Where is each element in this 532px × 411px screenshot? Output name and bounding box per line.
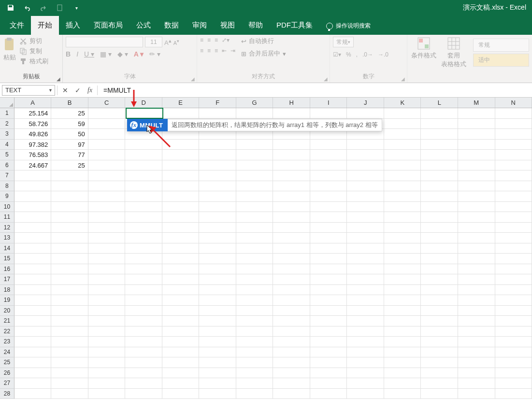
cell[interactable] <box>347 170 384 181</box>
cell[interactable] <box>88 140 126 150</box>
cell[interactable] <box>162 243 200 254</box>
cell[interactable] <box>458 108 495 119</box>
cell[interactable]: 25.154 <box>14 108 52 119</box>
cell[interactable] <box>51 264 88 275</box>
cell[interactable] <box>384 389 421 399</box>
cell[interactable] <box>347 150 384 160</box>
cell[interactable] <box>162 326 200 337</box>
cell[interactable] <box>495 316 532 326</box>
cell[interactable] <box>421 254 458 264</box>
cell[interactable] <box>88 368 126 379</box>
cell[interactable] <box>162 191 200 202</box>
cell[interactable] <box>14 264 52 275</box>
cell[interactable] <box>310 243 347 254</box>
cell[interactable] <box>384 285 421 296</box>
cell[interactable] <box>495 337 532 347</box>
row-header[interactable]: 3 <box>0 129 14 140</box>
cell[interactable] <box>310 212 347 223</box>
cell[interactable] <box>273 316 310 326</box>
cell[interactable] <box>88 243 126 254</box>
column-header[interactable]: A <box>14 98 52 108</box>
cell[interactable] <box>236 223 273 233</box>
cell[interactable] <box>199 170 236 181</box>
cell[interactable] <box>51 378 88 389</box>
column-header[interactable]: G <box>236 98 273 108</box>
cell[interactable] <box>236 233 273 243</box>
row-header[interactable]: 20 <box>0 306 14 316</box>
cell-style-good[interactable]: 适中 <box>473 54 529 67</box>
cell[interactable] <box>495 357 532 368</box>
column-header[interactable]: H <box>273 98 310 108</box>
cell[interactable] <box>14 316 52 326</box>
cell[interactable] <box>458 150 495 160</box>
cell[interactable] <box>125 295 162 306</box>
cell[interactable] <box>125 202 162 213</box>
cell[interactable] <box>384 108 421 119</box>
wrap-text-button[interactable]: ↩ 自动换行 <box>241 37 286 45</box>
row-header[interactable]: 2 <box>0 119 14 129</box>
cell[interactable] <box>458 170 495 181</box>
align-center-icon[interactable]: ≡ <box>207 47 211 54</box>
cell[interactable] <box>125 170 162 181</box>
cell[interactable] <box>125 389 162 399</box>
cell[interactable] <box>51 202 88 213</box>
row-header[interactable]: 10 <box>0 202 14 213</box>
cell[interactable]: 76.583 <box>14 150 52 160</box>
cell[interactable] <box>384 368 421 379</box>
cell[interactable] <box>162 264 200 275</box>
cell[interactable] <box>421 150 458 160</box>
cell[interactable] <box>458 326 495 337</box>
cell[interactable] <box>310 191 347 202</box>
cell[interactable] <box>236 254 273 264</box>
spreadsheet-grid[interactable]: ABCDEFGHIJKLMN 125.15425=MMULT258.726593… <box>0 98 532 399</box>
row-header[interactable]: 14 <box>0 243 14 254</box>
cell[interactable] <box>310 202 347 213</box>
cell[interactable] <box>14 254 52 264</box>
decrease-decimal-icon[interactable]: →.0 <box>378 51 388 58</box>
cell[interactable] <box>347 191 384 202</box>
underline-button[interactable]: U ▾ <box>84 50 94 58</box>
cell[interactable] <box>14 295 52 306</box>
cell[interactable] <box>162 202 200 213</box>
cell[interactable] <box>458 295 495 306</box>
cell[interactable] <box>458 160 495 171</box>
cell[interactable] <box>51 254 88 264</box>
cell[interactable] <box>495 223 532 233</box>
cell[interactable] <box>458 191 495 202</box>
column-header[interactable]: K <box>384 98 421 108</box>
cell[interactable] <box>125 337 162 347</box>
cell[interactable] <box>347 326 384 337</box>
cell[interactable] <box>88 306 126 316</box>
cell[interactable] <box>51 181 88 192</box>
cell[interactable] <box>384 202 421 213</box>
cell[interactable]: 24.667 <box>14 160 52 171</box>
cell[interactable] <box>347 243 384 254</box>
row-header[interactable]: 12 <box>0 223 14 233</box>
column-header[interactable]: B <box>51 98 88 108</box>
cell[interactable] <box>14 347 52 358</box>
column-header[interactable]: C <box>88 98 126 108</box>
cell[interactable] <box>458 181 495 192</box>
row-header[interactable]: 17 <box>0 274 14 285</box>
cell[interactable] <box>421 378 458 389</box>
cell[interactable] <box>495 326 532 337</box>
cell[interactable] <box>88 202 126 213</box>
column-header[interactable]: L <box>421 98 458 108</box>
cell[interactable] <box>495 233 532 243</box>
cell[interactable] <box>125 316 162 326</box>
cell[interactable] <box>495 150 532 160</box>
cell[interactable] <box>51 233 88 243</box>
cell[interactable] <box>236 378 273 389</box>
cell[interactable] <box>421 264 458 275</box>
cell[interactable] <box>236 389 273 399</box>
cell[interactable] <box>236 368 273 379</box>
cell[interactable] <box>310 368 347 379</box>
cell[interactable] <box>347 274 384 285</box>
new-icon[interactable] <box>53 2 67 14</box>
row-header[interactable]: 23 <box>0 337 14 347</box>
cell[interactable] <box>125 368 162 379</box>
cell[interactable] <box>384 191 421 202</box>
cell[interactable] <box>14 202 52 213</box>
column-header[interactable]: I <box>310 98 347 108</box>
cell[interactable] <box>421 274 458 285</box>
